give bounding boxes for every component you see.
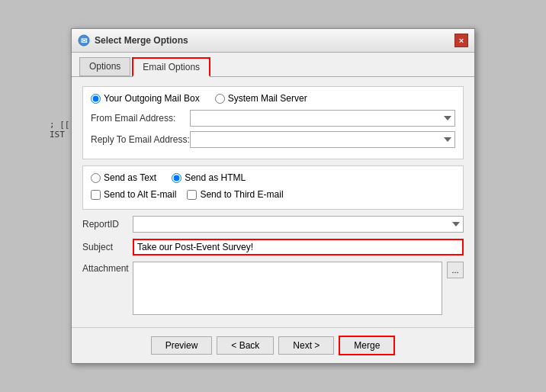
send-as-text-radio[interactable]: [91, 173, 101, 183]
reply-to-row: Reply To Email Address:: [91, 131, 455, 148]
system-mail-server-option[interactable]: System Mail Server: [215, 93, 307, 104]
next-button[interactable]: Next >: [278, 336, 334, 355]
send-as-html-radio[interactable]: [172, 173, 181, 183]
mail-source-section: Your Outgoing Mail Box System Mail Serve…: [82, 86, 464, 159]
send-as-html-label: Send as HTML: [185, 172, 246, 183]
send-to-alt-label: Send to Alt E-mail: [104, 189, 176, 200]
preview-button[interactable]: Preview: [151, 336, 213, 355]
send-to-third-checkbox[interactable]: [187, 190, 197, 200]
close-button[interactable]: ×: [454, 34, 468, 47]
subject-row: Subject: [82, 239, 464, 255]
reportid-label: ReportID: [82, 219, 128, 230]
outgoing-mailbox-radio[interactable]: [91, 94, 101, 104]
attachment-row: Attachment ...: [82, 262, 464, 315]
send-format-row: Send as Text Send as HTML: [91, 172, 455, 183]
send-to-third-option[interactable]: Send to Third E-mail: [187, 189, 283, 200]
reportid-row: ReportID: [82, 216, 464, 233]
left-label-line1: ; [[: [50, 120, 70, 130]
left-label-line2: IST: [50, 130, 70, 140]
tab-options[interactable]: Options: [79, 57, 130, 76]
attachment-box: [133, 262, 442, 315]
send-as-html-option[interactable]: Send as HTML: [172, 172, 246, 183]
send-to-alt-checkbox[interactable]: [91, 190, 101, 200]
reply-to-select[interactable]: [190, 131, 455, 148]
send-format-section: Send as Text Send as HTML Send to Alt E-…: [82, 165, 464, 210]
reply-to-label: Reply To Email Address:: [91, 134, 190, 145]
attachment-browse-button[interactable]: ...: [447, 262, 464, 278]
app-icon: ✉: [78, 34, 90, 47]
outgoing-mailbox-option[interactable]: Your Outgoing Mail Box: [91, 93, 200, 104]
subject-input[interactable]: [133, 239, 464, 255]
send-as-text-label: Send as Text: [104, 172, 156, 183]
from-email-select[interactable]: [190, 110, 455, 127]
title-bar: ✉ Select Merge Options ×: [72, 29, 474, 53]
mail-source-radio-row: Your Outgoing Mail Box System Mail Serve…: [91, 93, 455, 104]
attachment-label: Attachment: [82, 262, 128, 274]
svg-text:✉: ✉: [81, 37, 88, 45]
dialog: ✉ Select Merge Options × Options Email O…: [71, 28, 475, 364]
reportid-select[interactable]: [133, 216, 464, 233]
subject-label: Subject: [82, 242, 128, 252]
alt-third-email-row: Send to Alt E-mail Send to Third E-mail: [91, 189, 455, 200]
from-email-row: From Email Address:: [91, 110, 455, 127]
system-mail-server-label: System Mail Server: [228, 93, 307, 104]
outgoing-mailbox-label: Your Outgoing Mail Box: [104, 93, 200, 104]
dialog-title: Select Merge Options: [95, 35, 188, 46]
tabs-row: Options Email Options: [72, 53, 474, 77]
back-button[interactable]: < Back: [217, 336, 274, 355]
send-to-alt-option[interactable]: Send to Alt E-mail: [91, 189, 176, 200]
footer: Preview < Back Next > Merge: [72, 327, 474, 363]
system-mail-server-radio[interactable]: [215, 94, 225, 104]
send-to-third-label: Send to Third E-mail: [200, 189, 283, 200]
from-email-label: From Email Address:: [91, 113, 190, 124]
send-as-text-option[interactable]: Send as Text: [91, 172, 156, 183]
merge-button[interactable]: Merge: [339, 336, 395, 355]
content-area: Your Outgoing Mail Box System Mail Serve…: [72, 77, 474, 327]
tab-email-options[interactable]: Email Options: [132, 57, 210, 77]
